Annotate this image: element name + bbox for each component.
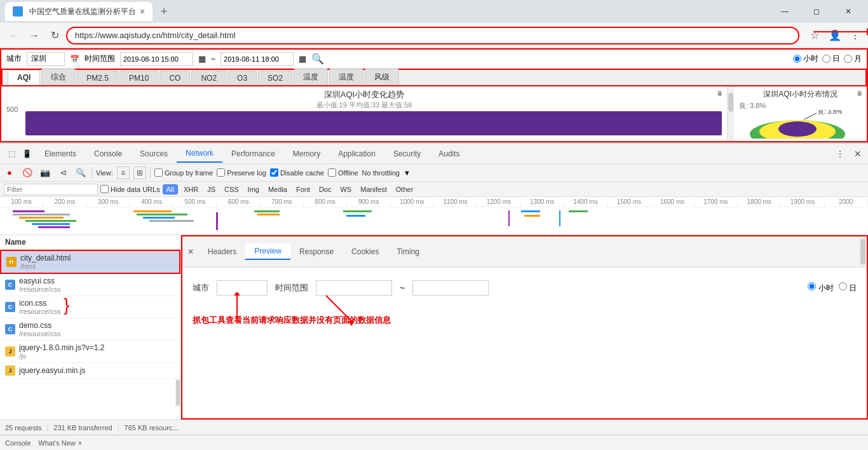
close-button[interactable]: ✕ (834, 2, 863, 21)
page-tab-pm25[interactable]: PM2.5 (77, 71, 118, 85)
filter-ws-button[interactable]: WS (337, 185, 355, 194)
devtools-tab-network[interactable]: Network (177, 145, 222, 163)
back-button[interactable]: ← (5, 27, 23, 44)
devtools-tab-sources[interactable]: Sources (131, 146, 177, 162)
tab-close-button[interactable]: × (140, 6, 145, 17)
file-item-icon-css[interactable]: C icon.css /resource/css (0, 296, 180, 318)
preserve-log-label[interactable]: Preserve log (217, 168, 266, 177)
date-cal-start[interactable]: ▦ (198, 54, 206, 64)
hide-data-urls-label[interactable]: Hide data URLs (100, 185, 160, 193)
file-item-jquery-easyui[interactable]: J jquery.easyui.min.js (0, 363, 180, 379)
radio-hour[interactable]: 小时 (793, 53, 818, 64)
page-tab-co[interactable]: CO (159, 71, 190, 85)
preview-scrollbar[interactable] (859, 236, 867, 267)
filter-xhr-button[interactable]: XHR (180, 185, 201, 194)
offline-label[interactable]: Offline (328, 168, 358, 177)
view-large-button[interactable]: ⊞ (133, 167, 146, 179)
date-start-input[interactable] (120, 52, 193, 66)
chart-right-menu-icon[interactable]: ≡ (857, 89, 862, 98)
group-by-frame-checkbox[interactable] (154, 168, 163, 177)
file-item-easyui-css[interactable]: C easyui.css /resource/css (0, 274, 180, 296)
page-tab-wind[interactable]: 风级 (365, 69, 399, 85)
city-label: 城市 (6, 53, 22, 64)
preview-tab-response[interactable]: Response (290, 244, 342, 259)
chart-left-menu-icon[interactable]: ≡ (717, 89, 722, 98)
radio-month[interactable]: 月 (844, 53, 862, 64)
filter-input[interactable] (4, 184, 98, 195)
devtools-tab-elements[interactable]: Elements (36, 146, 85, 162)
preview-panel: ✕ Headers Preview Response Cookies Timin… (181, 235, 868, 419)
search-button[interactable]: 🔍 (311, 53, 324, 65)
devtools-tab-memory[interactable]: Memory (284, 146, 329, 162)
filter-font-button[interactable]: Font (293, 185, 313, 194)
minimize-button[interactable]: — (770, 2, 799, 21)
filter-manifest-button[interactable]: Manifest (357, 185, 390, 194)
file-item-demo-css[interactable]: C demo.css /resource/css (0, 318, 180, 341)
radio-month-label: 月 (854, 53, 862, 64)
files-scrollbar[interactable] (175, 379, 180, 407)
group-by-frame-label[interactable]: Group by frame (154, 168, 213, 177)
filter-doc-button[interactable]: Doc (316, 185, 335, 194)
filter-media-button[interactable]: Media (265, 185, 290, 194)
preserve-log-checkbox[interactable] (217, 168, 225, 177)
devtools-close-icon[interactable]: ✕ (850, 146, 865, 161)
devtools-tab-application[interactable]: Application (329, 146, 384, 162)
page-tab-comprehensive[interactable]: 综合 (41, 69, 76, 85)
offline-checkbox[interactable] (328, 168, 336, 177)
disable-cache-label[interactable]: Disable cache (270, 168, 324, 177)
page-tab-temp2[interactable]: 温度 (329, 69, 363, 85)
file-item-jquery[interactable]: J jquery-1.8.0.min.js?v=1.2 /js (0, 341, 180, 363)
chart-scrollbar[interactable] (727, 86, 733, 142)
devtools-tab-console[interactable]: Console (85, 146, 131, 162)
console-tab-bottom[interactable]: Console (5, 439, 31, 447)
preview-tab-headers[interactable]: Headers (199, 244, 245, 259)
preview-close-button[interactable]: ✕ (182, 244, 199, 259)
clear-button[interactable]: 🚫 (20, 166, 34, 180)
refresh-button[interactable]: ↻ (46, 27, 64, 44)
page-tab-so2[interactable]: SO2 (258, 71, 292, 85)
devtools-tab-performance[interactable]: Performance (222, 146, 284, 162)
disable-cache-checkbox[interactable] (270, 168, 278, 177)
throttling-dropdown-icon[interactable]: ▼ (403, 169, 410, 177)
page-tab-temp1[interactable]: 温度 (294, 69, 328, 85)
filter-js-button[interactable]: JS (204, 185, 219, 194)
camera-button[interactable]: 📷 (38, 166, 52, 180)
new-tab-button[interactable]: + (155, 3, 173, 20)
restore-button[interactable]: ◻ (802, 2, 831, 21)
devtools-tab-security[interactable]: Security (384, 146, 430, 162)
bottom-tab-close[interactable]: × (78, 439, 82, 447)
filter-toggle-button[interactable]: ⊲ (56, 166, 70, 180)
preview-radio-day[interactable]: 日 (839, 282, 857, 294)
filter-img-button[interactable]: Img (245, 185, 262, 194)
whats-new-tab[interactable]: What's New (38, 439, 75, 447)
page-tab-no2[interactable]: NO2 (191, 71, 226, 85)
devtools-device-icon[interactable]: 📱 (20, 147, 33, 160)
address-bar[interactable] (66, 27, 799, 44)
preview-tab-cookies[interactable]: Cookies (342, 244, 388, 259)
preview-tab-timing[interactable]: Timing (388, 244, 428, 259)
preview-tab-preview[interactable]: Preview (245, 243, 290, 260)
preview-radio-hour[interactable]: 小时 (808, 282, 833, 294)
search-button[interactable]: 🔍 (74, 166, 88, 180)
file-item-city-detail[interactable]: H city_detail.html /html (0, 250, 180, 274)
forward-button[interactable]: → (25, 27, 43, 44)
devtools-inspect-icon[interactable]: ⬚ (5, 147, 18, 160)
date-cal-end[interactable]: ▦ (299, 54, 306, 64)
page-tab-aqi[interactable]: AQI (8, 70, 40, 85)
hide-data-urls-checkbox[interactable] (100, 185, 109, 193)
devtools-tab-audits[interactable]: Audits (430, 146, 468, 162)
record-button[interactable]: ● (3, 166, 17, 180)
chart-right-title: 深圳AQI小时分布情况 (739, 89, 862, 100)
filter-other-button[interactable]: Other (393, 185, 417, 194)
view-list-button[interactable]: ≡ (117, 167, 130, 179)
page-tab-pm10[interactable]: PM10 (119, 71, 158, 85)
city-input[interactable] (27, 52, 65, 66)
date-end-input[interactable] (220, 52, 294, 66)
active-tab[interactable]: 🌐 中国空气质量在线监测分析平台 × (5, 2, 153, 21)
preview-time-end[interactable] (412, 280, 489, 296)
radio-day[interactable]: 日 (822, 53, 840, 64)
filter-css-button[interactable]: CSS (221, 185, 242, 194)
devtools-dots-icon[interactable]: ⋮ (832, 146, 848, 161)
page-tab-o3[interactable]: O3 (227, 71, 257, 85)
filter-all-button[interactable]: All (163, 184, 178, 194)
